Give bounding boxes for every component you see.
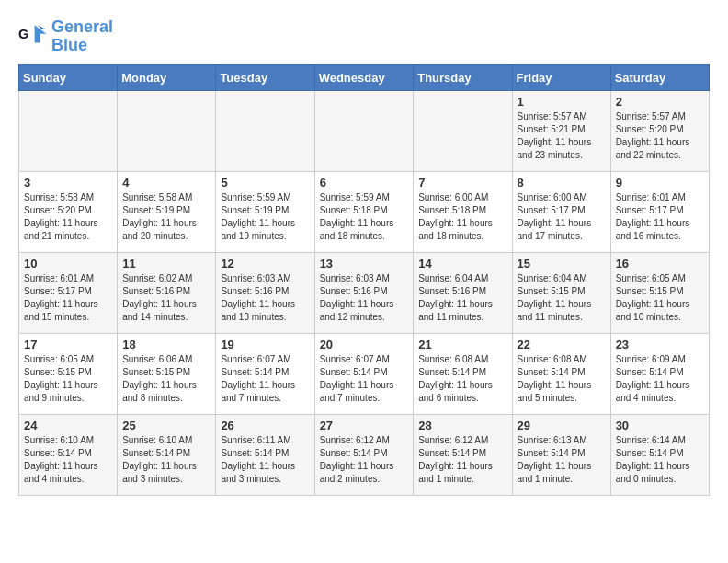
day-number: 16: [616, 257, 704, 270]
day-number: 4: [122, 176, 210, 190]
day-info: Sunrise: 6:13 AMSunset: 5:14 PMDaylight:…: [518, 434, 606, 486]
day-number: 22: [518, 338, 606, 351]
day-number: 14: [418, 257, 506, 270]
day-cell: 21Sunrise: 6:08 AMSunset: 5:14 PMDayligh…: [414, 333, 512, 414]
day-info: Sunrise: 6:08 AMSunset: 5:14 PMDaylight:…: [518, 353, 606, 405]
day-cell: 28Sunrise: 6:12 AMSunset: 5:14 PMDayligh…: [414, 414, 512, 495]
day-header-friday: Friday: [512, 64, 610, 90]
day-cell: 2Sunrise: 5:57 AMSunset: 5:20 PMDaylight…: [610, 90, 709, 171]
day-number: 29: [518, 419, 606, 432]
day-number: 9: [616, 176, 704, 190]
day-number: 24: [24, 419, 112, 432]
day-info: Sunrise: 5:59 AMSunset: 5:19 PMDaylight:…: [221, 191, 309, 243]
day-info: Sunrise: 6:03 AMSunset: 5:16 PMDaylight:…: [221, 272, 309, 324]
day-info: Sunrise: 6:00 AMSunset: 5:17 PMDaylight:…: [518, 191, 606, 243]
day-info: Sunrise: 5:57 AMSunset: 5:21 PMDaylight:…: [518, 110, 606, 162]
day-number: 13: [320, 257, 409, 270]
day-cell: 18Sunrise: 6:06 AMSunset: 5:15 PMDayligh…: [118, 333, 216, 414]
day-info: Sunrise: 6:10 AMSunset: 5:14 PMDaylight:…: [122, 434, 210, 486]
day-number: 17: [24, 338, 112, 351]
day-cell: 14Sunrise: 6:04 AMSunset: 5:16 PMDayligh…: [414, 252, 512, 333]
day-cell: [118, 90, 216, 171]
day-info: Sunrise: 5:58 AMSunset: 5:20 PMDaylight:…: [24, 191, 112, 243]
day-cell: 13Sunrise: 6:03 AMSunset: 5:16 PMDayligh…: [314, 252, 414, 333]
calendar-header: SundayMondayTuesdayWednesdayThursdayFrid…: [19, 64, 710, 90]
day-info: Sunrise: 5:58 AMSunset: 5:19 PMDaylight:…: [122, 191, 210, 243]
day-number: 8: [518, 176, 606, 190]
week-row-5: 24Sunrise: 6:10 AMSunset: 5:14 PMDayligh…: [19, 414, 710, 495]
day-cell: 3Sunrise: 5:58 AMSunset: 5:20 PMDaylight…: [19, 171, 118, 252]
day-cell: 26Sunrise: 6:11 AMSunset: 5:14 PMDayligh…: [216, 414, 314, 495]
day-cell: 5Sunrise: 5:59 AMSunset: 5:19 PMDaylight…: [216, 171, 314, 252]
day-cell: 1Sunrise: 5:57 AMSunset: 5:21 PMDaylight…: [512, 90, 610, 171]
day-number: 5: [221, 176, 309, 190]
day-cell: 16Sunrise: 6:05 AMSunset: 5:15 PMDayligh…: [610, 252, 709, 333]
day-header-sunday: Sunday: [19, 64, 118, 90]
day-info: Sunrise: 6:12 AMSunset: 5:14 PMDaylight:…: [418, 434, 506, 486]
day-number: 26: [221, 419, 309, 432]
day-info: Sunrise: 6:10 AMSunset: 5:14 PMDaylight:…: [24, 434, 112, 486]
day-info: Sunrise: 6:11 AMSunset: 5:14 PMDaylight:…: [221, 434, 309, 486]
day-cell: 20Sunrise: 6:07 AMSunset: 5:14 PMDayligh…: [314, 333, 414, 414]
day-info: Sunrise: 6:09 AMSunset: 5:14 PMDaylight:…: [616, 353, 704, 405]
logo-icon: G: [18, 22, 48, 52]
day-cell: 19Sunrise: 6:07 AMSunset: 5:14 PMDayligh…: [216, 333, 314, 414]
calendar-body: 1Sunrise: 5:57 AMSunset: 5:21 PMDaylight…: [19, 90, 710, 495]
day-cell: 4Sunrise: 5:58 AMSunset: 5:19 PMDaylight…: [118, 171, 216, 252]
day-cell: 25Sunrise: 6:10 AMSunset: 5:14 PMDayligh…: [118, 414, 216, 495]
day-number: 2: [616, 95, 704, 109]
day-cell: 11Sunrise: 6:02 AMSunset: 5:16 PMDayligh…: [118, 252, 216, 333]
day-info: Sunrise: 6:03 AMSunset: 5:16 PMDaylight:…: [320, 272, 409, 324]
day-cell: 23Sunrise: 6:09 AMSunset: 5:14 PMDayligh…: [610, 333, 709, 414]
day-number: 12: [221, 257, 309, 270]
day-cell: 9Sunrise: 6:01 AMSunset: 5:17 PMDaylight…: [610, 171, 709, 252]
day-number: 15: [518, 257, 606, 270]
day-number: 1: [518, 95, 606, 109]
day-number: 27: [320, 419, 409, 432]
day-header-tuesday: Tuesday: [216, 64, 314, 90]
day-number: 23: [616, 338, 704, 351]
day-number: 18: [122, 338, 210, 351]
day-cell: 22Sunrise: 6:08 AMSunset: 5:14 PMDayligh…: [512, 333, 610, 414]
day-info: Sunrise: 5:57 AMSunset: 5:20 PMDaylight:…: [616, 110, 704, 162]
week-row-4: 17Sunrise: 6:05 AMSunset: 5:15 PMDayligh…: [19, 333, 710, 414]
day-number: 20: [320, 338, 409, 351]
day-cell: 17Sunrise: 6:05 AMSunset: 5:15 PMDayligh…: [19, 333, 118, 414]
day-cell: 30Sunrise: 6:14 AMSunset: 5:14 PMDayligh…: [610, 414, 709, 495]
day-cell: 29Sunrise: 6:13 AMSunset: 5:14 PMDayligh…: [512, 414, 610, 495]
day-info: Sunrise: 6:02 AMSunset: 5:16 PMDaylight:…: [122, 272, 210, 324]
day-cell: 8Sunrise: 6:00 AMSunset: 5:17 PMDaylight…: [512, 171, 610, 252]
day-info: Sunrise: 6:14 AMSunset: 5:14 PMDaylight:…: [616, 434, 704, 486]
day-info: Sunrise: 6:01 AMSunset: 5:17 PMDaylight:…: [24, 272, 112, 324]
day-info: Sunrise: 6:05 AMSunset: 5:15 PMDaylight:…: [616, 272, 704, 324]
logo: G General Blue: [18, 18, 113, 55]
day-info: Sunrise: 6:07 AMSunset: 5:14 PMDaylight:…: [320, 353, 409, 405]
day-number: 28: [418, 419, 506, 432]
day-cell: 12Sunrise: 6:03 AMSunset: 5:16 PMDayligh…: [216, 252, 314, 333]
day-info: Sunrise: 6:05 AMSunset: 5:15 PMDaylight:…: [24, 353, 112, 405]
day-info: Sunrise: 6:00 AMSunset: 5:18 PMDaylight:…: [418, 191, 506, 243]
day-header-thursday: Thursday: [414, 64, 512, 90]
day-cell: [314, 90, 414, 171]
day-cell: 27Sunrise: 6:12 AMSunset: 5:14 PMDayligh…: [314, 414, 414, 495]
day-cell: 15Sunrise: 6:04 AMSunset: 5:15 PMDayligh…: [512, 252, 610, 333]
header-row: SundayMondayTuesdayWednesdayThursdayFrid…: [19, 64, 710, 90]
day-cell: [216, 90, 314, 171]
day-cell: [414, 90, 512, 171]
day-number: 10: [24, 257, 112, 270]
day-number: 25: [122, 419, 210, 432]
day-cell: [19, 90, 118, 171]
day-number: 7: [418, 176, 506, 190]
week-row-2: 3Sunrise: 5:58 AMSunset: 5:20 PMDaylight…: [19, 171, 710, 252]
day-info: Sunrise: 6:04 AMSunset: 5:16 PMDaylight:…: [418, 272, 506, 324]
day-number: 19: [221, 338, 309, 351]
day-info: Sunrise: 6:04 AMSunset: 5:15 PMDaylight:…: [518, 272, 606, 324]
day-info: Sunrise: 6:07 AMSunset: 5:14 PMDaylight:…: [221, 353, 309, 405]
day-info: Sunrise: 6:06 AMSunset: 5:15 PMDaylight:…: [122, 353, 210, 405]
svg-text:G: G: [18, 26, 28, 40]
logo-text: General Blue: [51, 18, 113, 55]
calendar: SundayMondayTuesdayWednesdayThursdayFrid…: [18, 64, 710, 496]
day-number: 3: [24, 176, 112, 190]
day-number: 6: [320, 176, 409, 190]
week-row-1: 1Sunrise: 5:57 AMSunset: 5:21 PMDaylight…: [19, 90, 710, 171]
